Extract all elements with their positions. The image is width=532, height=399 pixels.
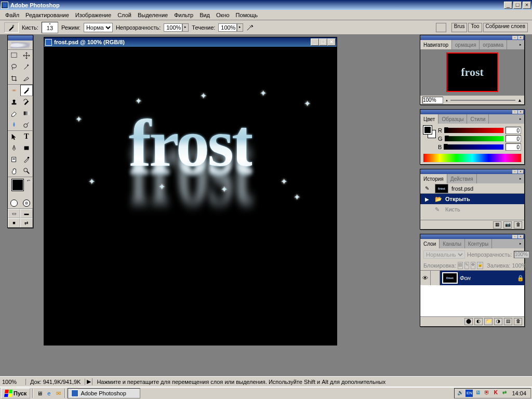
path-select-tool[interactable] [8, 131, 20, 142]
lock-transparency-icon[interactable]: ▨ [458, 262, 463, 269]
tab-channels[interactable]: Каналы [440, 239, 465, 248]
panel-close[interactable]: × [518, 36, 523, 39]
history-brush-target-icon[interactable]: ✎ [422, 185, 432, 192]
history-brush-tool[interactable] [20, 96, 33, 108]
blue-input[interactable] [506, 143, 521, 151]
layer-fill[interactable]: 100% [512, 262, 526, 269]
canvas[interactable]: frost frost ✦ ✦ ✦ ✦ ✦ ✦ ✦ ✦ ✦ ✦ [44, 47, 337, 345]
gradient-tool[interactable] [20, 108, 33, 119]
dodge-tool[interactable] [20, 119, 33, 130]
panel-menu[interactable]: ▸ [517, 114, 524, 124]
history-state-open[interactable]: ▶ 📂 Открыть [420, 194, 524, 204]
file-browser-icon[interactable] [436, 23, 446, 32]
red-slider[interactable] [444, 128, 503, 133]
tab-actions[interactable]: Действия [447, 174, 477, 183]
navigator-thumbnail[interactable]: frost [446, 52, 498, 92]
menu-filter[interactable]: Фильтр [171, 11, 196, 19]
navigator-zoom-slider[interactable] [450, 100, 515, 101]
doc-minimize[interactable]: _ [311, 38, 319, 46]
brush-picker[interactable]: 13 [42, 22, 58, 33]
taskbar-clock[interactable]: 14:04 [510, 390, 528, 396]
blue-slider[interactable] [444, 144, 503, 150]
new-set-icon[interactable]: 📁 [484, 318, 493, 325]
document-titlebar[interactable]: frost.psd @ 100% (RGB/8) _ □ × [44, 37, 337, 47]
lock-all-icon[interactable]: 🔒 [477, 262, 483, 269]
eyedropper-tool[interactable] [20, 154, 33, 165]
menu-edit[interactable]: Редактирование [22, 11, 72, 19]
quick-launch-desktop-icon[interactable]: 🖥 [35, 389, 44, 397]
panel-minimize[interactable]: - [512, 110, 517, 114]
blend-mode-select[interactable]: Норма [84, 23, 113, 32]
type-tool[interactable]: T [20, 131, 33, 142]
tab-styles[interactable]: Стили [467, 114, 489, 124]
opacity-flyout[interactable]: ▸ [182, 23, 189, 32]
quick-launch-outlook-icon[interactable]: ✉ [54, 389, 62, 397]
opacity-input[interactable] [164, 23, 182, 32]
tray-network-icon[interactable]: ⇄ [501, 390, 508, 397]
quick-launch-ie-icon[interactable]: e [45, 389, 53, 397]
lock-image-icon[interactable]: ✎ [464, 262, 469, 269]
panel-minimize[interactable]: - [512, 170, 517, 174]
close-button[interactable]: × [523, 2, 531, 9]
history-state-brush[interactable]: ✎ Кисть [420, 204, 524, 215]
tray-k-icon[interactable]: K [492, 390, 499, 397]
screen-mode-full[interactable]: ■ [8, 218, 20, 228]
color-picker[interactable]: ⤺ [8, 177, 33, 198]
palette-layer-comps[interactable]: Собрание слоев [483, 23, 528, 32]
foreground-color[interactable] [12, 179, 23, 191]
panel-close[interactable]: × [518, 110, 523, 114]
marquee-tool[interactable] [8, 50, 20, 61]
history-snapshot[interactable]: ✎ frost frost.psd [420, 183, 524, 194]
slice-tool[interactable] [20, 73, 33, 84]
menu-file[interactable]: Файл [2, 11, 22, 19]
navigator-zoom-input[interactable] [422, 97, 443, 104]
green-input[interactable] [506, 135, 521, 142]
zoom-in-icon[interactable]: ▲ [517, 98, 522, 103]
tray-volume-icon[interactable]: 🔊 [457, 390, 464, 397]
lasso-tool[interactable] [8, 61, 20, 73]
green-slider[interactable] [445, 136, 503, 141]
crop-tool[interactable] [8, 73, 20, 84]
standard-mode[interactable] [8, 198, 20, 208]
swap-colors-icon[interactable]: ⤺ [27, 178, 31, 183]
tray-display-icon[interactable]: 🖥 [474, 390, 482, 397]
tab-layers[interactable]: Слои [420, 239, 440, 248]
flow-input[interactable] [218, 23, 237, 32]
notes-tool[interactable] [8, 154, 20, 165]
move-tool[interactable] [20, 50, 33, 61]
layer-blend-mode[interactable]: Нормальный [423, 250, 465, 259]
new-doc-from-state-icon[interactable]: ▦ [493, 221, 501, 229]
menu-window[interactable]: Окно [213, 11, 233, 19]
color-spectrum[interactable] [423, 154, 521, 162]
shape-tool[interactable] [20, 142, 33, 154]
toolbox-header[interactable] [8, 35, 33, 41]
taskbar-app-photoshop[interactable]: Adobe Photoshop [68, 388, 140, 398]
adjustment-layer-icon[interactable]: ◑ [494, 318, 502, 325]
menu-help[interactable]: Помощь [233, 11, 261, 19]
tray-shield-icon[interactable]: ⛨ [483, 390, 490, 397]
menu-select[interactable]: Выделение [135, 11, 171, 19]
tab-swatches[interactable]: Образцы [438, 114, 467, 124]
tool-preset-picker[interactable] [4, 22, 19, 33]
panel-menu[interactable]: ▸ [517, 40, 524, 49]
minimize-button[interactable]: _ [504, 2, 512, 9]
brush-tool[interactable] [20, 85, 33, 96]
blur-tool[interactable] [8, 119, 20, 130]
doc-close[interactable]: × [327, 38, 336, 46]
tab-paths[interactable]: Контуры [465, 239, 492, 248]
delete-state-icon[interactable]: 🗑 [514, 221, 522, 229]
panel-minimize[interactable]: - [512, 235, 517, 238]
jump-to-imageready[interactable]: ⇄ [20, 218, 33, 228]
start-button[interactable]: Пуск [1, 388, 30, 398]
status-menu[interactable]: ▶ [85, 378, 92, 385]
eraser-tool[interactable] [8, 108, 20, 119]
screen-mode-standard[interactable]: ▭ [8, 209, 20, 218]
palette-brushes[interactable]: Brus [451, 23, 468, 32]
wand-tool[interactable] [20, 61, 33, 73]
new-layer-icon[interactable]: ▤ [504, 318, 512, 325]
status-zoom[interactable]: 100% [0, 379, 26, 385]
status-doc-size[interactable]: Док: 941,9K/941,9K [26, 379, 85, 385]
zoom-tool[interactable] [20, 165, 33, 177]
panel-menu[interactable]: ▸ [517, 174, 524, 183]
layer-opacity[interactable]: 100% [514, 251, 529, 258]
